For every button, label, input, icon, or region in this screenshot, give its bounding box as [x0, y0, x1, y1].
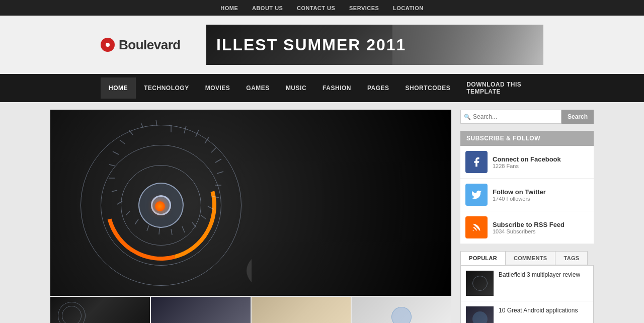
search-icon: 🔍	[464, 114, 471, 120]
svg-line-4	[211, 147, 216, 152]
orange-glow	[155, 201, 165, 211]
mainnav-shortcodes[interactable]: SHORTCODES	[397, 77, 459, 99]
thumb-4[interactable]	[352, 297, 451, 323]
main-content: 👤	[50, 110, 451, 323]
svg-line-13	[171, 229, 172, 235]
featured-image	[50, 110, 451, 296]
featured-bg	[50, 110, 451, 296]
logo-icon	[101, 38, 115, 52]
article-title-2[interactable]: 10 Great Android applications	[499, 306, 578, 315]
tab-content: Battlefield 3 multiplayer review 10 Grea…	[460, 265, 594, 323]
content-wrapper: 👤 🔍 Search SUBSCRIBE & FOLLOW Connect on	[50, 102, 594, 323]
svg-line-3	[205, 137, 209, 143]
search-input[interactable]	[460, 110, 561, 124]
rss-icon	[465, 216, 488, 238]
svg-line-17	[126, 211, 130, 215]
mainnav-fashion[interactable]: FASHION	[314, 77, 359, 99]
rss-item[interactable]: Subscribe to RSS Feed 1034 Subscribers	[460, 211, 594, 244]
svg-line-14	[159, 228, 159, 234]
mainnav-movies[interactable]: MOVIES	[197, 77, 238, 99]
subscribe-section: SUBSCRIBE & FOLLOW Connect on Facebook 1…	[460, 131, 594, 244]
facebook-name: Connect on Facebook	[493, 155, 589, 163]
facebook-icon	[465, 151, 488, 173]
tabs-header: POPULAR COMMENTS TAGS	[460, 251, 594, 265]
rss-count: 1034 Subscribers	[493, 228, 589, 234]
svg-point-30	[473, 230, 474, 231]
tab-article-1[interactable]: Battlefield 3 multiplayer review	[461, 266, 593, 301]
subscribe-title: SUBSCRIBE & FOLLOW	[460, 131, 594, 146]
banner-overlay	[392, 25, 543, 65]
article-thumb-2	[466, 306, 494, 323]
site-header: Boulevard ILLEST SUMMER 2011	[0, 16, 644, 74]
svg-line-23	[120, 140, 125, 144]
search-wrapper: 🔍	[460, 110, 561, 124]
article-thumb-1	[466, 271, 494, 296]
svg-line-25	[141, 123, 143, 128]
svg-line-8	[212, 196, 219, 198]
rss-name: Subscribe to RSS Feed	[493, 221, 589, 228]
svg-point-27	[247, 240, 252, 296]
top-navigation: HOME ABOUT US CONTACT US SERVICES LOCATI…	[0, 0, 644, 16]
facebook-count: 1228 Fans	[493, 163, 589, 169]
svg-line-26	[156, 120, 157, 126]
svg-line-21	[109, 165, 115, 166]
thumb-1[interactable]	[50, 297, 150, 323]
svg-line-9	[208, 206, 214, 209]
svg-line-22	[113, 151, 119, 154]
svg-line-12	[182, 226, 185, 232]
sidebar-tabs: POPULAR COMMENTS TAGS Battlefield 3 mult…	[460, 251, 594, 323]
main-navigation: HOME TECHNOLOGY MOVIES GAMES MUSIC FASHI…	[0, 74, 644, 102]
thumb-2[interactable]	[151, 297, 251, 323]
mainnav-download[interactable]: DOWNLOAD THIS TEMPLATE	[458, 74, 543, 102]
svg-line-11	[192, 222, 196, 227]
twitter-info: Follow on Twitter 1740 Followers	[493, 188, 589, 202]
twitter-count: 1740 Followers	[493, 196, 589, 202]
svg-line-19	[112, 190, 117, 192]
topnav-contact[interactable]: CONTACT US	[297, 5, 335, 11]
topnav-location[interactable]: LOCATION	[393, 5, 424, 11]
logo-text: Boulevard	[119, 37, 181, 53]
twitter-name: Follow on Twitter	[493, 188, 589, 196]
twitter-item[interactable]: Follow on Twitter 1740 Followers	[460, 179, 594, 211]
mainnav-music[interactable]: MUSIC	[278, 77, 314, 99]
tab-tags[interactable]: TAGS	[555, 251, 588, 265]
topnav-about[interactable]: ABOUT US	[252, 5, 283, 11]
svg-line-24	[129, 130, 133, 135]
sidebar: 🔍 Search SUBSCRIBE & FOLLOW Connect on F…	[460, 110, 594, 323]
banner: ILLEST SUMMER 2011	[206, 25, 543, 65]
svg-line-18	[117, 201, 122, 204]
search-button[interactable]: Search	[561, 110, 594, 124]
site-logo[interactable]: Boulevard	[101, 37, 191, 53]
tab-article-2[interactable]: 10 Great Android applications	[461, 301, 593, 323]
thumb-3[interactable]	[252, 297, 351, 323]
tab-comments[interactable]: COMMENTS	[505, 251, 556, 265]
twitter-icon	[465, 184, 488, 206]
mainnav-home[interactable]: HOME	[101, 77, 136, 99]
topnav-services[interactable]: SERVICES	[349, 5, 379, 11]
svg-line-6	[217, 172, 223, 174]
mainnav-games[interactable]: GAMES	[238, 77, 278, 99]
tech-overlay-svg	[50, 110, 252, 296]
rss-info: Subscribe to RSS Feed 1034 Subscribers	[493, 221, 589, 234]
svg-line-16	[135, 219, 138, 224]
svg-line-1	[184, 126, 186, 133]
topnav-home[interactable]: HOME	[220, 5, 238, 11]
facebook-item[interactable]: Connect on Facebook 1228 Fans	[460, 146, 594, 179]
svg-line-10	[201, 215, 206, 219]
search-form[interactable]: 🔍 Search	[460, 110, 594, 124]
svg-line-5	[215, 159, 221, 163]
thumbnails-row	[50, 297, 451, 323]
facebook-info: Connect on Facebook 1228 Fans	[493, 155, 589, 169]
tab-popular[interactable]: POPULAR	[460, 251, 506, 265]
banner-text: ILLEST SUMMER 2011	[216, 36, 406, 54]
mainnav-pages[interactable]: PAGES	[359, 77, 397, 99]
mainnav-technology[interactable]: TECHNOLOGY	[136, 77, 197, 99]
svg-line-15	[147, 225, 149, 231]
article-title-1[interactable]: Battlefield 3 multiplayer review	[499, 271, 580, 279]
svg-line-2	[196, 130, 199, 137]
